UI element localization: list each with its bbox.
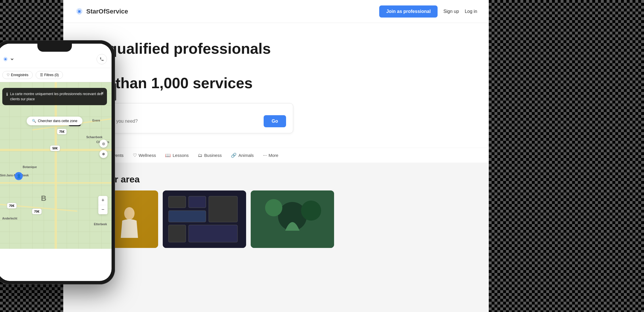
map-tooltip: ℹ La carte montre uniquement les profess…	[2, 88, 107, 105]
nav-label-more: More	[269, 153, 278, 158]
nav-label-lessons: Lessons	[172, 153, 189, 158]
svg-rect-5	[168, 196, 186, 208]
phone-notch	[37, 44, 72, 52]
svg-rect-9	[168, 225, 186, 242]
filters-button[interactable]: ☰ Filtres (0)	[36, 71, 63, 79]
price-tag-70-left[interactable]: 70€	[7, 203, 17, 209]
svg-point-14	[301, 201, 321, 221]
layers-icon: ⊕	[102, 152, 105, 156]
zoom-in-button[interactable]: +	[98, 196, 108, 205]
person-icon: 👤	[16, 174, 21, 178]
phone-map: ℹ La carte montre uniquement les profess…	[0, 82, 112, 249]
map-label-botanique: Botanique	[23, 165, 37, 169]
saved-label: Enregistrés	[11, 73, 28, 77]
brussels-label: B	[41, 194, 46, 203]
svg-rect-8	[209, 196, 237, 222]
nav-item-wellness[interactable]: ♡ Wellness	[133, 153, 156, 158]
nav-item-business[interactable]: 🗂 Business	[198, 153, 222, 158]
tooltip-text: La carte montre uniquement les professio…	[10, 91, 103, 102]
phone-filter-bar: ♡ Enregistrés ☰ Filtres (0)	[0, 68, 112, 82]
service-card-tech[interactable]	[163, 190, 246, 248]
header: StarOfService Join as professional Sign …	[63, 0, 489, 23]
logo[interactable]: StarOfService	[75, 7, 128, 16]
hero-section: Hire qualified professionals for more th…	[63, 23, 489, 148]
heart-icon: ♡	[7, 73, 10, 77]
info-icon: ℹ	[6, 91, 8, 97]
map-label-anderlecht: Anderlecht	[2, 217, 17, 220]
svg-rect-6	[189, 196, 206, 208]
price-tag-75[interactable]: 75€	[57, 129, 67, 134]
svg-rect-10	[189, 225, 237, 242]
search-zone-label: Chercher dans cette zone	[38, 119, 77, 123]
phone-logo-area	[2, 56, 14, 62]
map-zoom-controls: + −	[98, 196, 108, 214]
price-tag-50[interactable]: 50€	[50, 145, 60, 151]
map-road-vertical	[55, 82, 57, 249]
phone-outer: ♡ Enregistrés ☰ Filtres (0)	[0, 40, 115, 284]
nav-label-business: Business	[204, 153, 222, 158]
navigate-icon: ◎	[102, 142, 105, 146]
filter-icon: ☰	[40, 73, 43, 77]
phone-mockup: ♡ Enregistrés ☰ Filtres (0)	[0, 40, 115, 293]
area-section: es in your area	[63, 163, 489, 254]
area-title: es in your area	[75, 174, 477, 185]
join-professional-button[interactable]: Join as professional	[379, 5, 438, 18]
wellness-icon: ♡	[133, 153, 137, 158]
svg-point-3	[124, 207, 135, 220]
phone-inner: ♡ Enregistrés ☰ Filtres (0)	[0, 44, 112, 281]
map-label-molenbeek: Sint-Jans-Molenbeek	[0, 174, 29, 177]
map-label-schaerbeek: Schaerbeek	[86, 136, 102, 139]
chevron-down-icon	[10, 57, 14, 61]
filters-label: Filtres (0)	[44, 73, 59, 77]
price-tag-70-center[interactable]: 70€	[32, 209, 42, 214]
map-navigate-button[interactable]: ◎	[99, 140, 108, 148]
business-icon: 🗂	[198, 153, 202, 158]
nav-item-animals[interactable]: 🔗 Animals	[231, 153, 254, 158]
signup-button[interactable]: Sign up	[443, 9, 459, 14]
login-button[interactable]: Log in	[465, 9, 477, 14]
search-go-button[interactable]: Go	[264, 115, 286, 127]
search-zone-button[interactable]: 🔍 Chercher dans cette zone	[27, 117, 83, 125]
nav-label-wellness: Wellness	[139, 153, 156, 158]
logo-icon	[75, 7, 84, 16]
nav-label-animals: Animals	[238, 153, 254, 158]
phone-side-button	[115, 83, 116, 101]
saved-filter-button[interactable]: ♡ Enregistrés	[2, 71, 33, 79]
nav-item-lessons[interactable]: 📖 Lessons	[165, 153, 189, 158]
lessons-icon: 📖	[165, 153, 171, 158]
search-icon: 🔍	[32, 119, 36, 123]
map-label-evere: Evere	[92, 119, 100, 122]
map-layers-button[interactable]: ⊕	[99, 150, 108, 158]
service-cards-row	[75, 190, 477, 248]
phone-logo-icon	[2, 56, 9, 62]
map-label-etterbeek: Etterbeek	[94, 223, 107, 226]
header-actions: Join as professional Sign up Log in	[379, 5, 477, 18]
categories-nav: 🏠 Home 📅 Events ♡ Wellness 📖 Lessons 🗂 B…	[63, 148, 489, 163]
tooltip-close-button[interactable]: ✕	[101, 90, 104, 96]
service-card-nature[interactable]	[251, 190, 334, 248]
nav-item-more[interactable]: ··· More	[263, 153, 279, 158]
zoom-out-button[interactable]: −	[98, 205, 108, 214]
main-container: StarOfService Join as professional Sign …	[63, 0, 489, 312]
animals-icon: 🔗	[231, 153, 237, 158]
logo-text: StarOfService	[86, 8, 128, 15]
more-icon: ···	[263, 153, 267, 158]
svg-rect-7	[168, 211, 206, 222]
svg-point-13	[265, 199, 282, 216]
phone-call-icon[interactable]	[97, 54, 107, 64]
